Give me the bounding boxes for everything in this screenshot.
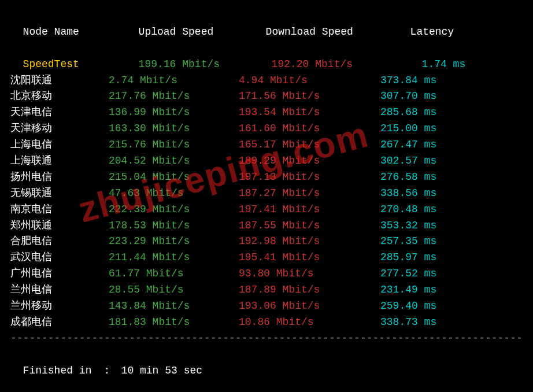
latency-value: 373.84 ms [380,73,467,89]
table-row: 扬州电信215.04 Mbit/s197.13 Mbit/s276.58 ms [10,169,523,186]
latency-value: 353.32 ms [380,218,467,234]
latency-value: 338.56 ms [380,186,467,202]
download-value: 193.54 Mbit/s [239,105,380,121]
node-name: 扬州电信 [10,169,109,186]
table-row: 合肥电信223.29 Mbit/s192.98 Mbit/s257.35 ms [10,234,523,250]
latency-value: 231.49 ms [380,282,467,298]
node-name: 兰州电信 [10,282,109,298]
node-name: 郑州联通 [10,218,109,234]
header-node: Node Name [23,24,139,40]
footer-finished: Finished in:10 min 53 sec [10,347,523,379]
node-name: 天津电信 [10,105,109,121]
node-name: 上海联通 [10,153,109,169]
upload-value: 163.30 Mbit/s [109,121,239,137]
upload-value: 47.63 Mbit/s [109,186,239,202]
speedtest-name: SpeedTest [23,57,121,73]
latency-value: 302.57 ms [380,153,467,169]
table-row: 上海联通204.52 Mbit/s189.29 Mbit/s302.57 ms [10,153,523,169]
upload-value: 211.44 Mbit/s [109,250,239,266]
finished-label: Finished in [23,363,104,379]
header-upload: Upload Speed [139,24,266,40]
node-name: 上海电信 [10,137,109,153]
latency-value: 215.00 ms [380,121,467,137]
table-row: 广州电信61.77 Mbit/s93.80 Mbit/s277.52 ms [10,266,523,282]
latency-value: 257.35 ms [380,234,467,250]
download-value: 4.94 Mbit/s [239,73,380,89]
table-row: 南京电信222.39 Mbit/s197.41 Mbit/s270.48 ms [10,202,523,218]
download-value: 197.13 Mbit/s [239,169,380,186]
table-row: 兰州移动143.84 Mbit/s193.06 Mbit/s259.40 ms [10,298,523,315]
download-value: 165.17 Mbit/s [239,137,380,153]
divider-top: ----------------------------------------… [10,331,523,347]
table-row: 兰州电信28.55 Mbit/s187.89 Mbit/s231.49 ms [10,282,523,298]
table-row: 成都电信181.83 Mbit/s10.86 Mbit/s338.73 ms [10,315,523,331]
header-download: Download Speed [266,24,410,40]
node-name: 兰州移动 [10,298,109,315]
latency-value: 285.68 ms [380,105,467,121]
latency-value: 267.47 ms [380,137,467,153]
download-value: 10.86 Mbit/s [239,315,380,331]
latency-value: 338.73 ms [380,315,467,331]
download-value: 192.98 Mbit/s [239,234,380,250]
speedtest-download: 192.20 Mbit/s [272,57,422,73]
download-value: 93.80 Mbit/s [239,266,380,282]
upload-value: 222.39 Mbit/s [109,202,239,218]
node-name: 无锡联通 [10,186,109,202]
upload-value: 181.83 Mbit/s [109,315,239,331]
download-value: 197.41 Mbit/s [239,202,380,218]
table-row: 武汉电信211.44 Mbit/s195.41 Mbit/s285.97 ms [10,250,523,266]
header-row: Node NameUpload SpeedDownload SpeedLaten… [10,8,523,40]
download-value: 187.89 Mbit/s [239,282,380,298]
upload-value: 215.04 Mbit/s [109,169,239,186]
node-name: 天津移动 [10,121,109,137]
download-value: 171.56 Mbit/s [239,88,380,105]
upload-value: 223.29 Mbit/s [109,234,239,250]
finished-sep: : [104,363,121,379]
table-row: 郑州联通178.53 Mbit/s187.55 Mbit/s353.32 ms [10,218,523,234]
upload-value: 28.55 Mbit/s [109,282,239,298]
footer-timestamp: Timestamp:2023-05-26 17:31:51 GMT+8 [10,379,523,392]
upload-value: 136.99 Mbit/s [109,105,239,121]
latency-value: 270.48 ms [380,202,467,218]
speedtest-upload: 199.16 Mbit/s [121,57,272,73]
latency-value: 285.97 ms [380,250,467,266]
node-name: 沈阳联通 [10,73,109,89]
latency-value: 277.52 ms [380,266,467,282]
node-name: 武汉电信 [10,250,109,266]
download-value: 189.29 Mbit/s [239,153,380,169]
latency-value: 307.70 ms [380,88,467,105]
node-name: 广州电信 [10,266,109,282]
speedtest-row: SpeedTest199.16 Mbit/s192.20 Mbit/s1.74 … [10,40,523,73]
table-row: 沈阳联通2.74 Mbit/s4.94 Mbit/s373.84 ms [10,73,523,89]
header-latency: Latency [410,24,454,40]
download-value: 161.60 Mbit/s [239,121,380,137]
node-name: 北京移动 [10,88,109,105]
upload-value: 143.84 Mbit/s [109,298,239,315]
latency-value: 276.58 ms [380,169,467,186]
node-name: 合肥电信 [10,234,109,250]
speedtest-latency: 1.74 ms [422,58,466,70]
latency-value: 259.40 ms [380,298,467,315]
node-name: 成都电信 [10,315,109,331]
table-row: 天津移动163.30 Mbit/s161.60 Mbit/s215.00 ms [10,121,523,137]
upload-value: 204.52 Mbit/s [109,153,239,169]
download-value: 187.55 Mbit/s [239,218,380,234]
upload-value: 178.53 Mbit/s [109,218,239,234]
finished-value: 10 min 53 sec [121,365,202,376]
download-value: 187.27 Mbit/s [239,186,380,202]
upload-value: 215.76 Mbit/s [109,137,239,153]
table-row: 上海电信215.76 Mbit/s165.17 Mbit/s267.47 ms [10,137,523,153]
table-row: 天津电信136.99 Mbit/s193.54 Mbit/s285.68 ms [10,105,523,121]
upload-value: 217.76 Mbit/s [109,88,239,105]
table-row: 北京移动217.76 Mbit/s171.56 Mbit/s307.70 ms [10,88,523,105]
results-table: 沈阳联通2.74 Mbit/s4.94 Mbit/s373.84 ms北京移动2… [10,73,523,331]
upload-value: 2.74 Mbit/s [109,73,239,89]
node-name: 南京电信 [10,202,109,218]
download-value: 193.06 Mbit/s [239,298,380,315]
table-row: 无锡联通47.63 Mbit/s187.27 Mbit/s338.56 ms [10,186,523,202]
download-value: 195.41 Mbit/s [239,250,380,266]
upload-value: 61.77 Mbit/s [109,266,239,282]
